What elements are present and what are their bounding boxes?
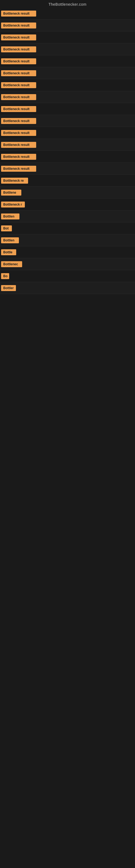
bottleneck-badge[interactable]: Bottlenec [1, 261, 22, 267]
bottleneck-badge[interactable]: Bottleneck result [1, 142, 36, 148]
result-row: Bottlene [0, 187, 135, 198]
bottleneck-badge[interactable]: Bottleneck result [1, 10, 36, 17]
site-header: TheBottlenecker.com [0, 0, 135, 8]
result-row: Bottleneck result [0, 127, 135, 139]
result-row: Bottleneck result [0, 139, 135, 151]
bottleneck-badge[interactable]: Bottleneck result [1, 82, 36, 88]
result-row: Bottleneck result [0, 55, 135, 67]
result-row: Bottleneck result [0, 67, 135, 79]
bottleneck-badge[interactable]: Bottleneck result [1, 23, 36, 29]
result-row: Bottleneck result [0, 8, 135, 20]
bottleneck-badge[interactable]: Bottleneck result [1, 70, 36, 76]
result-row: Bot [0, 222, 135, 235]
result-row: Bo [0, 270, 135, 282]
result-row: Bottleneck result [0, 79, 135, 91]
result-row: Bottleneck result [0, 91, 135, 103]
bottleneck-badge[interactable]: Bottleneck re [1, 178, 28, 184]
result-row: Bottleneck r [0, 198, 135, 211]
result-row: Bottleneck result [0, 163, 135, 175]
result-row: Bottleneck result [0, 43, 135, 55]
bottleneck-badge[interactable]: Bottleneck result [1, 46, 36, 52]
bottleneck-badge[interactable]: Bottleneck result [1, 58, 36, 64]
result-row: Bottlenec [0, 258, 135, 270]
result-row: Bottleneck result [0, 151, 135, 163]
bottleneck-badge[interactable]: Bottleneck result [1, 106, 36, 112]
bottleneck-badge[interactable]: Bottleneck r [1, 202, 25, 208]
bottleneck-badge[interactable]: Bottle [1, 249, 16, 255]
bottleneck-badge[interactable]: Bottleneck result [1, 154, 36, 160]
result-row: Bottlen [0, 211, 135, 222]
bottleneck-badge[interactable]: Bottleneck result [1, 34, 36, 40]
bottleneck-badge[interactable]: Bottleneck result [1, 94, 36, 100]
result-row: Bottleneck result [0, 20, 135, 31]
bottleneck-badge[interactable]: Bot [1, 225, 12, 231]
result-row: Bottle [0, 246, 135, 258]
result-row: Bottlen [0, 235, 135, 246]
bottleneck-badge[interactable]: Bottlen [1, 237, 19, 243]
result-row: Bottleneck result [0, 31, 135, 43]
results-container: Bottleneck resultBottleneck resultBottle… [0, 8, 135, 294]
site-title: TheBottlenecker.com [48, 2, 86, 6]
bottleneck-badge[interactable]: Bo [1, 273, 9, 279]
bottleneck-badge[interactable]: Bottleneck result [1, 166, 36, 172]
result-row: Bottler [0, 282, 135, 294]
result-row: Bottleneck result [0, 115, 135, 127]
bottleneck-badge[interactable]: Bottlene [1, 190, 21, 195]
bottleneck-badge[interactable]: Bottleneck result [1, 118, 36, 124]
result-row: Bottleneck re [0, 175, 135, 187]
bottleneck-badge[interactable]: Bottlen [1, 214, 19, 219]
bottleneck-badge[interactable]: Bottler [1, 285, 16, 291]
result-row: Bottleneck result [0, 103, 135, 115]
bottleneck-badge[interactable]: Bottleneck result [1, 130, 36, 136]
